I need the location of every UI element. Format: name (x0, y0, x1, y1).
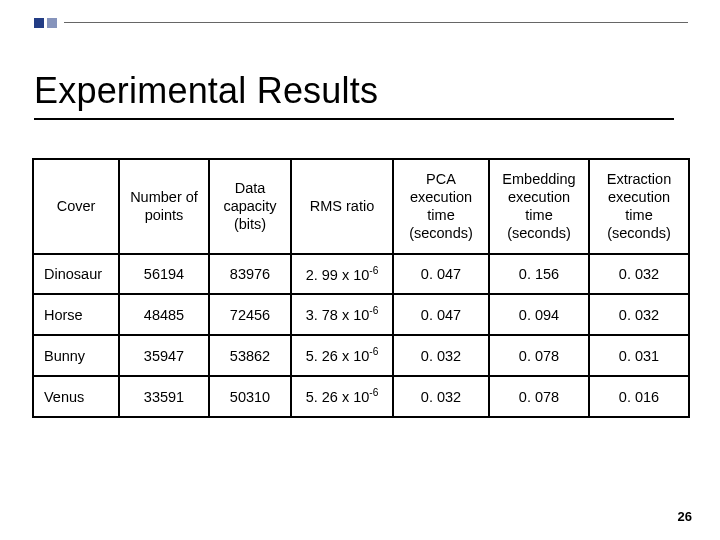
cell-cover: Dinosaur (33, 254, 119, 295)
cell-embed: 0. 094 (489, 294, 589, 335)
cell-rms: 5. 26 x 10-6 (291, 376, 393, 417)
cell-points: 35947 (119, 335, 209, 376)
cell-pca: 0. 047 (393, 294, 489, 335)
table-header-row: Cover Number of points Data capacity (bi… (33, 159, 689, 254)
table-row: Venus 33591 50310 5. 26 x 10-6 0. 032 0.… (33, 376, 689, 417)
cell-capacity: 53862 (209, 335, 291, 376)
cell-cover: Bunny (33, 335, 119, 376)
table-row: Bunny 35947 53862 5. 26 x 10-6 0. 032 0.… (33, 335, 689, 376)
cell-cover: Venus (33, 376, 119, 417)
cell-pca: 0. 032 (393, 376, 489, 417)
cell-pca: 0. 032 (393, 335, 489, 376)
rms-exp: -6 (369, 387, 378, 398)
accent-square (34, 18, 44, 28)
cell-rms: 5. 26 x 10-6 (291, 335, 393, 376)
cell-extract: 0. 032 (589, 294, 689, 335)
col-header-capacity: Data capacity (bits) (209, 159, 291, 254)
results-table: Cover Number of points Data capacity (bi… (32, 158, 690, 418)
cell-capacity: 83976 (209, 254, 291, 295)
accent-line (64, 22, 688, 23)
table-row: Horse 48485 72456 3. 78 x 10-6 0. 047 0.… (33, 294, 689, 335)
rms-coeff: 2. 99 (306, 266, 338, 282)
rms-exp: -6 (369, 305, 378, 316)
cell-rms: 3. 78 x 10-6 (291, 294, 393, 335)
rms-coeff: 3. 78 (306, 307, 338, 323)
cell-embed: 0. 156 (489, 254, 589, 295)
rms-exp: -6 (369, 265, 378, 276)
col-header-points: Number of points (119, 159, 209, 254)
col-header-rms: RMS ratio (291, 159, 393, 254)
results-table-wrap: Cover Number of points Data capacity (bi… (32, 158, 688, 418)
rms-coeff: 5. 26 (306, 389, 338, 405)
cell-extract: 0. 032 (589, 254, 689, 295)
col-header-extract: Extraction execution time (seconds) (589, 159, 689, 254)
table-row: Dinosaur 56194 83976 2. 99 x 10-6 0. 047… (33, 254, 689, 295)
slide-title: Experimental Results (34, 70, 688, 112)
accent-squares (34, 18, 57, 28)
cell-capacity: 50310 (209, 376, 291, 417)
cell-points: 48485 (119, 294, 209, 335)
cell-cover: Horse (33, 294, 119, 335)
title-underline (34, 118, 674, 120)
col-header-embed: Embedding execution time (seconds) (489, 159, 589, 254)
cell-embed: 0. 078 (489, 335, 589, 376)
cell-pca: 0. 047 (393, 254, 489, 295)
page-number: 26 (678, 509, 692, 524)
col-header-cover: Cover (33, 159, 119, 254)
cell-points: 33591 (119, 376, 209, 417)
cell-capacity: 72456 (209, 294, 291, 335)
rms-coeff: 5. 26 (306, 348, 338, 364)
accent-square (47, 18, 57, 28)
cell-embed: 0. 078 (489, 376, 589, 417)
rms-exp: -6 (369, 346, 378, 357)
col-header-pca: PCA execution time (seconds) (393, 159, 489, 254)
cell-rms: 2. 99 x 10-6 (291, 254, 393, 295)
cell-extract: 0. 016 (589, 376, 689, 417)
cell-extract: 0. 031 (589, 335, 689, 376)
cell-points: 56194 (119, 254, 209, 295)
